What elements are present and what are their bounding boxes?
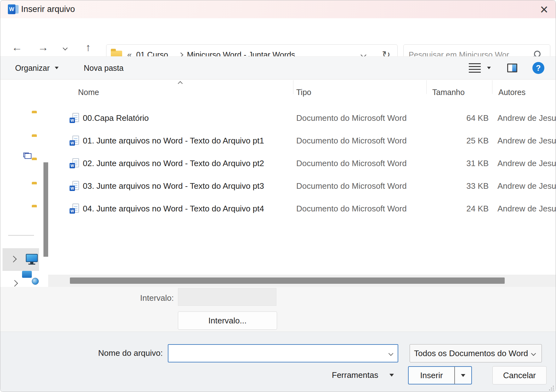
insert-file-dialog: W Inserir arquivo × ← → ↑ « 01.Curso... … (0, 0, 556, 392)
column-header-type[interactable]: Tipo (296, 88, 311, 97)
list-view-icon (469, 63, 481, 73)
this-pc-expand-chevron-icon[interactable] (11, 257, 16, 263)
column-header-authors[interactable]: Autores (498, 88, 525, 97)
file-author: Andrew de Jesu (497, 113, 556, 123)
sidebar-separator (8, 235, 34, 236)
column-divider[interactable] (293, 80, 293, 94)
file-author: Andrew de Jesu (497, 204, 556, 214)
horizontal-scrollbar-track[interactable] (48, 275, 556, 287)
file-row[interactable]: W 00.Capa Relatório Documento do Microso… (52, 107, 556, 129)
recent-locations-chevron-icon[interactable] (64, 41, 67, 51)
file-size: 64 KB (426, 113, 489, 123)
file-name: 02. Junte arquivos no Word - Texto do Ar… (83, 159, 264, 168)
word-file-icon: W (70, 181, 80, 191)
file-author: Andrew de Jesu (497, 136, 556, 146)
file-size: 31 KB (426, 159, 489, 168)
cancel-button[interactable]: Cancelar (492, 366, 547, 384)
range-label: Intervalo: (95, 293, 174, 303)
word-file-icon: W (70, 204, 80, 214)
file-list: W 00.Capa Relatório Documento do Microso… (52, 107, 556, 220)
column-divider[interactable] (492, 80, 492, 94)
sort-ascending-icon[interactable] (179, 81, 182, 87)
preview-pane-button[interactable] (507, 57, 517, 79)
sidebar-vertical-scrollbar[interactable] (43, 162, 48, 257)
title-bar: W Inserir arquivo × (0, 0, 556, 18)
file-row[interactable]: W 02. Junte arquivos no Word - Texto do … (52, 152, 556, 175)
forward-button[interactable]: → (38, 42, 48, 53)
file-type: Documento do Microsoft Word (296, 113, 407, 123)
new-folder-button[interactable]: Nova pasta (84, 57, 123, 79)
file-name: 01. Junte arquivos no Word - Texto do Ar… (83, 136, 264, 146)
file-author: Andrew de Jesu (497, 181, 556, 191)
file-row[interactable]: W 01. Junte arquivos no Word - Texto do … (52, 129, 556, 152)
preview-pane-icon (507, 64, 517, 72)
word-file-icon: W (70, 113, 80, 123)
file-type: Documento do Microsoft Word (296, 204, 407, 214)
filetype-dropdown[interactable]: Todos os Documentos do Word (410, 344, 542, 362)
command-bar: Organizar Nova pasta ? (0, 56, 556, 80)
file-size: 24 KB (426, 204, 489, 214)
column-header-size[interactable]: Tamanho (432, 88, 465, 97)
file-name: 03. Junte arquivos no Word - Texto do Ar… (83, 181, 264, 191)
tools-dropdown-icon (389, 374, 394, 377)
filename-input[interactable] (168, 349, 389, 358)
range-section: Intervalo: Intervalo... (0, 287, 556, 332)
file-size: 25 KB (426, 136, 489, 146)
network-expand-chevron-icon[interactable] (12, 281, 17, 287)
file-row[interactable]: W 03. Junte arquivos no Word - Texto do … (52, 175, 556, 197)
close-icon[interactable]: × (536, 2, 553, 17)
insert-button[interactable]: Inserir (409, 367, 455, 384)
insert-split-button: Inserir (408, 366, 472, 384)
column-divider[interactable] (426, 80, 427, 94)
this-pc-icon[interactable] (26, 254, 38, 265)
up-button[interactable]: ↑ (86, 42, 91, 53)
dialog-footer: Nome do arquivo: Todos os Documentos do … (0, 332, 556, 392)
file-name: 04. Junte arquivos no Word - Texto do Ar… (83, 204, 264, 214)
organize-button[interactable]: Organizar (15, 57, 59, 79)
file-type: Documento do Microsoft Word (296, 136, 407, 146)
tools-button[interactable]: Ferramentas (332, 366, 394, 384)
resize-grip[interactable] (548, 385, 554, 390)
file-author: Andrew de Jesu (497, 159, 556, 168)
file-size: 33 KB (426, 181, 489, 191)
back-button[interactable]: ← (12, 42, 22, 53)
insert-dropdown-icon (461, 374, 465, 377)
filetype-chevron-icon (531, 351, 536, 356)
file-type: Documento do Microsoft Word (296, 181, 407, 191)
file-name: 00.Capa Relatório (83, 113, 149, 123)
filetype-value: Todos os Documentos do Word (410, 349, 531, 358)
horizontal-scrollbar-thumb[interactable] (70, 277, 505, 284)
dialog-title: Inserir arquivo (21, 0, 75, 18)
range-input (178, 288, 276, 306)
help-icon: ? (532, 62, 544, 74)
word-file-icon: W (70, 158, 80, 168)
range-button[interactable]: Intervalo... (178, 311, 277, 330)
file-row[interactable]: W 04. Junte arquivos no Word - Texto do … (52, 197, 556, 220)
column-header-name[interactable]: Nome (78, 88, 99, 97)
file-type: Documento do Microsoft Word (296, 159, 407, 168)
view-mode-dropdown[interactable] (487, 57, 491, 79)
filename-label: Nome do arquivo: (84, 348, 163, 358)
filename-dropdown-chevron-icon[interactable] (389, 351, 394, 356)
word-app-icon: W (8, 4, 19, 14)
organize-dropdown-icon (55, 67, 59, 69)
insert-dropdown-button[interactable] (455, 367, 471, 384)
navigation-bar: ← → ↑ « 01.Curso... Minicurso Word - Jun… (0, 18, 556, 56)
filename-combobox (168, 344, 398, 362)
view-mode-button[interactable] (469, 57, 481, 79)
help-button[interactable]: ? (532, 57, 544, 79)
word-file-icon: W (70, 136, 80, 146)
view-dropdown-icon (487, 67, 491, 69)
